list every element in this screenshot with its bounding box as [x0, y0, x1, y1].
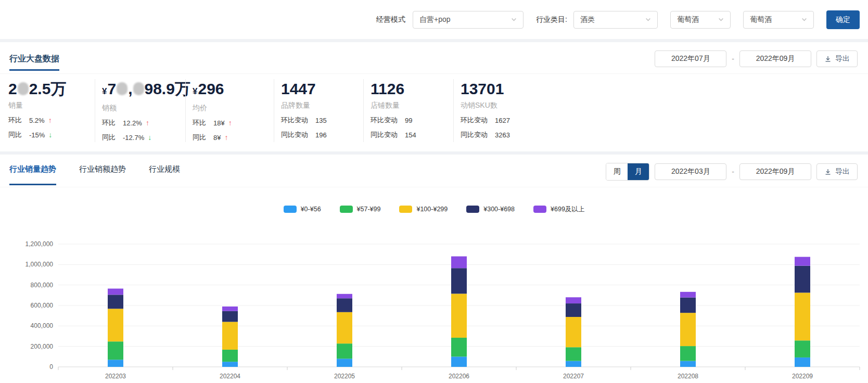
- bar-segment-202207-¥0-¥56[interactable]: [566, 361, 581, 367]
- metric-label: 环比变动: [461, 116, 488, 125]
- kpi-cards-row: 22.5万销量环比5.2%↑同比-15%↓¥7,98.9万销额环比12.2%↑同…: [0, 74, 868, 151]
- kpi-value-text: 2: [8, 80, 17, 97]
- overview-date-start[interactable]: 2022年07月: [655, 50, 726, 67]
- bar-segment-202207-¥57-¥99[interactable]: [566, 347, 581, 361]
- sub-category-select-value: 葡萄酒: [677, 15, 699, 24]
- bar-segment-202207-¥300-¥698[interactable]: [566, 303, 581, 317]
- metric-label: 同比变动: [281, 130, 308, 139]
- bar-segment-202206-¥300-¥698[interactable]: [451, 268, 467, 293]
- kpi-metric-row: 环比12.2%↑: [102, 118, 178, 127]
- overview-export-button[interactable]: 导出: [816, 50, 858, 67]
- arrow-down-icon: ↓: [48, 131, 52, 139]
- kpi-metric-row: 同比8¥↑: [193, 133, 266, 142]
- y-axis-tick-label: 200,000: [31, 343, 54, 350]
- kpi-card-2: ¥7,98.9万销额环比12.2%↑同比-12.7%↓: [95, 79, 185, 142]
- bar-segment-202208-¥57-¥99[interactable]: [680, 346, 696, 361]
- mode-select-value: 自营+pop: [419, 15, 451, 24]
- bar-segment-202206-¥57-¥99[interactable]: [451, 338, 467, 356]
- legend-label: ¥699及以上: [551, 205, 584, 214]
- confirm-button[interactable]: 确定: [826, 10, 860, 29]
- bar-segment-202207-¥100-¥299[interactable]: [566, 317, 581, 347]
- trend-date-start[interactable]: 2022年03月: [655, 163, 726, 180]
- kpi-card-4: 1447品牌数量环比变动135同比变动196: [274, 79, 363, 142]
- toggle-month-button[interactable]: 月: [628, 163, 649, 180]
- trend-tab-1[interactable]: 行业销量趋势: [9, 164, 56, 185]
- mode-label: 经营模式: [376, 15, 405, 24]
- kpi-value: 1447: [281, 79, 356, 99]
- legend-item[interactable]: ¥0-¥56: [284, 206, 321, 213]
- redacted-digits: [18, 82, 29, 95]
- metric-label: 同比变动: [461, 130, 488, 139]
- legend-item[interactable]: ¥300-¥698: [466, 206, 515, 213]
- bar-segment-202209-¥699及以上[interactable]: [795, 257, 810, 266]
- bar-segment-202208-¥300-¥698[interactable]: [680, 298, 696, 313]
- y-axis-tick-label: 800,000: [31, 282, 54, 289]
- bar-segment-202209-¥300-¥698[interactable]: [795, 266, 810, 293]
- overview-date-end[interactable]: 2022年09月: [739, 50, 811, 67]
- legend-swatch-icon: [466, 206, 479, 213]
- kpi-value: 13701: [461, 79, 560, 99]
- bar-segment-202204-¥300-¥698[interactable]: [222, 311, 238, 322]
- x-axis-tick-label: 202208: [678, 373, 698, 380]
- trend-date-end[interactable]: 2022年09月: [739, 163, 811, 180]
- sub-sub-category-select[interactable]: 葡萄酒: [743, 11, 814, 29]
- bar-segment-202206-¥100-¥299[interactable]: [451, 293, 467, 338]
- chevron-down-icon: [801, 17, 807, 22]
- bar-segment-202205-¥699及以上[interactable]: [337, 294, 352, 298]
- bar-segment-202203-¥100-¥299[interactable]: [108, 309, 123, 341]
- bar-segment-202206-¥699及以上[interactable]: [451, 257, 467, 269]
- trend-header: 行业销量趋势行业销额趋势行业规模 周 月 2022年03月 - 2022年09月…: [0, 155, 868, 187]
- bar-segment-202205-¥300-¥698[interactable]: [337, 298, 352, 312]
- category-select[interactable]: 酒类: [573, 11, 658, 29]
- overview-section: 行业大盘数据 2022年07月 - 2022年09月 导出 22.5万销量环比5…: [0, 42, 868, 151]
- toggle-week-button[interactable]: 周: [606, 163, 628, 180]
- overview-export-label: 导出: [835, 54, 850, 63]
- metric-label: 同比: [8, 130, 22, 139]
- x-axis-tick-label: 202209: [792, 373, 813, 380]
- x-axis-tick-label: 202207: [563, 373, 584, 380]
- chevron-down-icon: [511, 17, 517, 22]
- bar-segment-202204-¥57-¥99[interactable]: [222, 350, 238, 362]
- bar-segment-202205-¥100-¥299[interactable]: [337, 312, 352, 343]
- kpi-metric-row: 同比变动154: [371, 130, 446, 139]
- bar-segment-202203-¥57-¥99[interactable]: [108, 341, 123, 360]
- bar-segment-202209-¥0-¥56[interactable]: [795, 358, 810, 367]
- bar-segment-202203-¥300-¥698[interactable]: [108, 295, 123, 309]
- stacked-bar-chart: 0200,000400,000600,000800,0001,000,0001,…: [0, 214, 868, 383]
- bar-segment-202205-¥0-¥56[interactable]: [337, 359, 352, 367]
- kpi-metric-row: 环比变动1627: [461, 116, 560, 125]
- legend-item[interactable]: ¥699及以上: [533, 205, 584, 214]
- bar-segment-202203-¥699及以上[interactable]: [108, 289, 123, 295]
- kpi-value-text: 1126: [371, 80, 404, 97]
- legend-item[interactable]: ¥57-¥99: [340, 206, 381, 213]
- y-axis-tick-label: 1,200,000: [25, 240, 54, 248]
- legend-item[interactable]: ¥100-¥299: [399, 206, 448, 213]
- bar-segment-202204-¥699及以上[interactable]: [222, 307, 238, 311]
- arrow-up-icon: ↑: [146, 119, 149, 127]
- kpi-card-6: 13701动销SKU数环比变动1627同比变动3263: [453, 79, 568, 142]
- bar-segment-202206-¥0-¥56[interactable]: [451, 356, 467, 367]
- bar-segment-202208-¥100-¥299[interactable]: [680, 313, 696, 346]
- mode-select[interactable]: 自营+pop: [413, 11, 524, 29]
- kpi-label: 销额: [102, 104, 178, 113]
- bar-segment-202209-¥57-¥99[interactable]: [795, 340, 810, 358]
- date-separator: -: [732, 55, 734, 63]
- kpi-value-text: ,: [128, 80, 132, 97]
- kpi-label: 均价: [193, 104, 266, 113]
- trend-tab-3[interactable]: 行业规模: [149, 164, 180, 179]
- bar-segment-202208-¥0-¥56[interactable]: [680, 361, 696, 367]
- bar-segment-202204-¥100-¥299[interactable]: [222, 322, 238, 349]
- legend-swatch-icon: [399, 206, 412, 213]
- kpi-metric-row: 环比18¥↑: [193, 118, 266, 127]
- bar-segment-202205-¥57-¥99[interactable]: [337, 343, 352, 359]
- metric-label: 同比: [193, 133, 206, 142]
- bar-segment-202208-¥699及以上[interactable]: [680, 292, 696, 298]
- sub-category-select[interactable]: 葡萄酒: [670, 11, 731, 29]
- bar-segment-202209-¥100-¥299[interactable]: [795, 292, 810, 340]
- bar-segment-202204-¥0-¥56[interactable]: [222, 362, 238, 367]
- trend-export-button[interactable]: 导出: [816, 163, 858, 180]
- bar-segment-202203-¥0-¥56[interactable]: [108, 360, 123, 367]
- category-label: 行业类目:: [536, 15, 567, 24]
- trend-tab-2[interactable]: 行业销额趋势: [79, 164, 126, 179]
- bar-segment-202207-¥699及以上[interactable]: [566, 297, 581, 303]
